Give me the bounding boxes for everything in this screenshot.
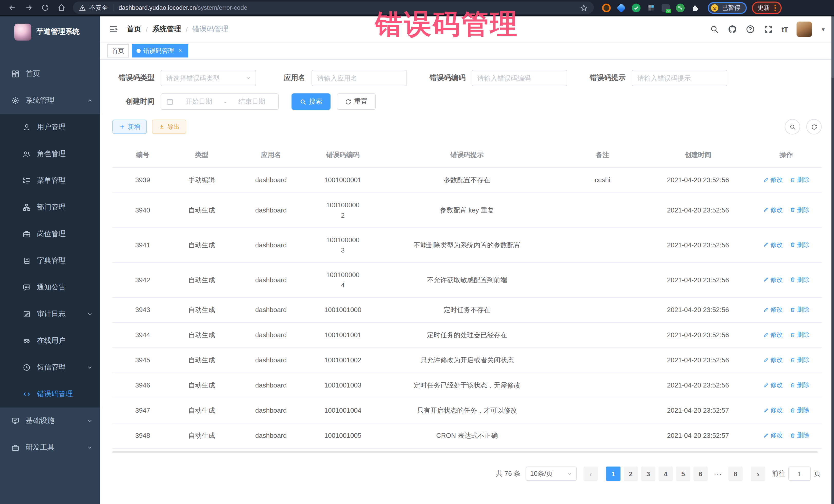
delete-label: 删除 bbox=[797, 240, 809, 249]
sidebar-item-dict[interactable]: 字典管理 bbox=[0, 247, 100, 274]
error-type-select-input[interactable] bbox=[166, 74, 250, 82]
page-ellipsis[interactable]: ··· bbox=[711, 466, 725, 481]
delete-link[interactable]: 删除 bbox=[790, 330, 809, 339]
page-button-2[interactable]: 2 bbox=[623, 466, 638, 481]
error-code-input[interactable] bbox=[477, 74, 562, 82]
page-button-4[interactable]: 4 bbox=[658, 466, 673, 481]
delete-link[interactable]: 删除 bbox=[790, 205, 809, 214]
sidebar-item-post[interactable]: 岗位管理 bbox=[0, 221, 100, 247]
page-button-1[interactable]: 1 bbox=[606, 466, 620, 481]
sidebar-item-sms[interactable]: 短信管理 bbox=[0, 354, 100, 381]
error-msg-field[interactable] bbox=[632, 70, 727, 86]
extension-orange-icon[interactable] bbox=[602, 3, 611, 12]
page-button-3[interactable]: 3 bbox=[641, 466, 655, 481]
sidebar-item-errorcode[interactable]: 错误码管理 bbox=[0, 381, 100, 408]
extension-green-check-icon[interactable] bbox=[632, 3, 640, 12]
next-page-button[interactable]: › bbox=[751, 466, 765, 481]
user-avatar[interactable] bbox=[796, 22, 812, 37]
delete-link[interactable]: 删除 bbox=[790, 175, 809, 184]
delete-link[interactable]: 删除 bbox=[790, 275, 809, 284]
delete-link[interactable]: 删除 bbox=[790, 406, 809, 415]
extension-key-icon[interactable] bbox=[676, 3, 685, 12]
edit-link[interactable]: 修改 bbox=[763, 406, 783, 415]
sidebar-item-audit[interactable]: 审计日志 bbox=[0, 301, 100, 327]
delete-link[interactable]: 删除 bbox=[790, 380, 809, 390]
sidebar-item-dept[interactable]: 部门管理 bbox=[0, 194, 100, 221]
edit-link[interactable]: 修改 bbox=[763, 380, 783, 390]
edit-link[interactable]: 修改 bbox=[763, 205, 783, 214]
tag-error-code[interactable]: 错误码管理 × bbox=[132, 44, 188, 58]
edit-link[interactable]: 修改 bbox=[763, 240, 783, 249]
sidebar-item-infra[interactable]: 基础设施 bbox=[0, 408, 100, 434]
edit-link[interactable]: 修改 bbox=[763, 175, 783, 184]
tag-close-icon[interactable]: × bbox=[177, 47, 184, 54]
browser-menu-icon[interactable] bbox=[774, 4, 776, 11]
url-bar[interactable]: 不安全 dashboard.yudao.iocoder.cn/system/er… bbox=[73, 2, 594, 14]
error-code-field[interactable] bbox=[471, 70, 567, 86]
breadcrumb-item[interactable]: 首页 bbox=[127, 25, 141, 34]
github-icon[interactable] bbox=[728, 25, 737, 34]
reset-button[interactable]: 重置 bbox=[337, 93, 376, 110]
edit-link[interactable]: 修改 bbox=[763, 305, 783, 314]
delete-label: 删除 bbox=[797, 380, 809, 390]
extension-squares-icon[interactable] bbox=[647, 3, 655, 12]
export-button[interactable]: 导出 bbox=[152, 119, 186, 134]
create-time-range-picker[interactable]: 开始日期 - 结束日期 bbox=[161, 93, 279, 110]
sidebar-item-user[interactable]: 用户管理 bbox=[0, 114, 100, 140]
back-icon[interactable] bbox=[8, 3, 17, 12]
column-header: 编号 bbox=[112, 143, 173, 168]
tag-home[interactable]: 首页 bbox=[107, 44, 129, 58]
user-caret-icon[interactable]: ▼ bbox=[821, 26, 826, 32]
font-size-icon[interactable]: tT bbox=[782, 25, 788, 34]
home-icon[interactable] bbox=[57, 3, 66, 12]
add-button[interactable]: 新增 bbox=[112, 119, 147, 134]
hamburger-icon[interactable] bbox=[108, 24, 118, 35]
page-size-select[interactable]: 10条/页 bbox=[526, 466, 577, 481]
browser-profile-chip[interactable]: 已暂停 bbox=[708, 2, 747, 14]
edit-link[interactable]: 修改 bbox=[763, 275, 783, 284]
search-icon[interactable] bbox=[710, 25, 719, 34]
error-msg-input[interactable] bbox=[637, 74, 722, 82]
delete-link[interactable]: 删除 bbox=[790, 431, 809, 440]
horizontal-scrollbar[interactable] bbox=[112, 451, 817, 453]
extensions-puzzle-icon[interactable] bbox=[691, 3, 700, 12]
edit-link[interactable]: 修改 bbox=[763, 355, 783, 365]
breadcrumb-item[interactable]: 系统管理 bbox=[152, 25, 181, 34]
app-name-input[interactable] bbox=[317, 74, 401, 82]
delete-label: 删除 bbox=[797, 406, 809, 415]
fullscreen-icon[interactable] bbox=[764, 25, 773, 34]
page-button-5[interactable]: 5 bbox=[676, 466, 690, 481]
edit-link[interactable]: 修改 bbox=[763, 431, 783, 440]
refresh-table-button[interactable] bbox=[806, 119, 822, 134]
page-button-8[interactable]: 8 bbox=[728, 466, 743, 481]
sidebar-item-home[interactable]: 首页 bbox=[0, 61, 100, 87]
toggle-search-button[interactable] bbox=[785, 119, 800, 134]
delete-link[interactable]: 删除 bbox=[790, 240, 809, 249]
row-id: 3941 bbox=[112, 227, 173, 263]
search-button[interactable]: 搜索 bbox=[291, 93, 331, 110]
prev-page-button[interactable]: ‹ bbox=[584, 466, 598, 481]
bookmark-star-icon[interactable] bbox=[580, 4, 588, 12]
goto-page-input[interactable] bbox=[788, 466, 811, 481]
reload-icon[interactable] bbox=[41, 3, 50, 12]
sidebar-logo[interactable]: 芋道管理系统 bbox=[0, 17, 100, 47]
sidebar-item-system[interactable]: 系统管理 bbox=[0, 87, 100, 114]
sidebar-item-notice[interactable]: 通知公告 bbox=[0, 274, 100, 301]
delete-link[interactable]: 删除 bbox=[790, 305, 809, 314]
app-name-field[interactable] bbox=[311, 70, 407, 86]
page-button-6[interactable]: 6 bbox=[694, 466, 708, 481]
sidebar-item-menu[interactable]: 菜单管理 bbox=[0, 167, 100, 194]
audit-log-icon bbox=[23, 310, 31, 318]
forward-icon[interactable] bbox=[24, 3, 34, 12]
delete-link[interactable]: 删除 bbox=[790, 355, 809, 365]
error-type-select[interactable] bbox=[161, 70, 256, 86]
sidebar-item-online[interactable]: 在线用户 bbox=[0, 327, 100, 354]
edit-link[interactable]: 修改 bbox=[763, 330, 783, 339]
extension-gem-icon[interactable] bbox=[617, 3, 626, 12]
sidebar-item-devtools[interactable]: 研发工具 bbox=[0, 434, 100, 461]
extension-switch-icon[interactable]: on bbox=[662, 4, 670, 12]
sidebar-item-role[interactable]: 角色管理 bbox=[0, 140, 100, 167]
help-icon[interactable] bbox=[746, 25, 755, 34]
browser-update-button[interactable]: 更新 bbox=[752, 1, 782, 14]
window-scrollbar[interactable] bbox=[831, 17, 834, 504]
